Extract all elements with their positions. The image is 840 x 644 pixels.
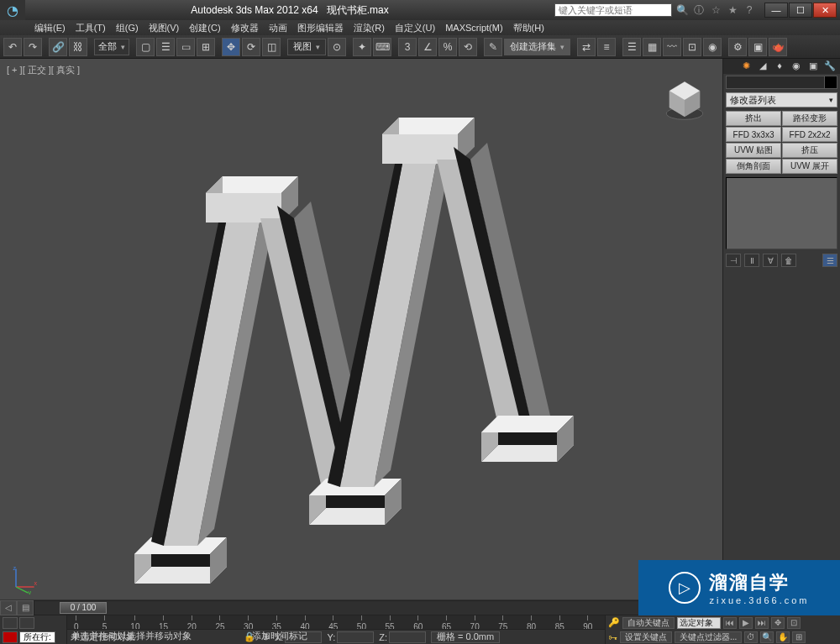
search-icon[interactable]: 🔍 [675, 3, 689, 17]
move-button[interactable]: ✥ [222, 38, 240, 56]
menu-modifiers[interactable]: 修改器 [226, 22, 264, 34]
link-button[interactable]: 🔗 [49, 38, 67, 56]
rotate-button[interactable]: ⟳ [242, 38, 260, 56]
curve-editor-button[interactable]: 〰 [663, 38, 681, 56]
script-mini-icon[interactable] [3, 617, 18, 629]
redo-button[interactable]: ↷ [24, 38, 42, 56]
layer-manager-button[interactable]: ☰ [622, 38, 641, 56]
cmd-tab-hierarchy-icon[interactable]: ♦ [773, 59, 786, 72]
keyboard-shortcut-button[interactable]: ⌨ [373, 38, 391, 56]
pin-stack-button[interactable]: ⊣ [726, 254, 741, 267]
track-bar-ruler[interactable]: 051015202530354045505560657075808590 [67, 615, 605, 630]
menu-customize[interactable]: 自定义(U) [390, 22, 440, 34]
menu-graph-editors[interactable]: 图形编辑器 [292, 22, 349, 34]
modifier-btn-squeeze[interactable]: 挤压 [782, 143, 837, 158]
object-name-input[interactable] [726, 76, 824, 89]
menu-tools[interactable]: 工具(T) [71, 22, 111, 34]
coord-y-input[interactable] [337, 631, 374, 643]
modifier-stack[interactable] [726, 177, 837, 249]
close-button[interactable]: ✕ [813, 3, 837, 18]
rendered-frame-button[interactable]: ▣ [748, 38, 767, 56]
favorite-icon[interactable]: ★ [726, 3, 739, 17]
mirror-button[interactable]: ⇄ [577, 38, 596, 56]
viewport[interactable]: [ + ][ 正交 ][ 真实 ] [0, 59, 722, 599]
menu-group[interactable]: 组(G) [111, 22, 144, 34]
scale-button[interactable]: ◫ [262, 38, 281, 56]
add-time-tag-label[interactable]: 添加时间标记 [252, 630, 307, 642]
info-icon[interactable]: ⓘ [692, 3, 706, 17]
cmd-tab-display-icon[interactable]: ▣ [806, 59, 820, 72]
select-object-button[interactable]: ▢ [136, 38, 155, 56]
modifier-btn-ffd2[interactable]: FFD 2x2x2 [782, 127, 837, 142]
help-icon[interactable]: ? [743, 3, 756, 17]
menu-create[interactable]: 创建(C) [184, 22, 225, 34]
use-center-button[interactable]: ⊙ [328, 38, 346, 56]
set-key-button[interactable]: 设置关键点 [620, 631, 672, 643]
modifier-btn-ffd3[interactable]: FFD 3x3x3 [726, 127, 781, 142]
modifier-list-dropdown[interactable]: 修改器列表 [726, 92, 837, 107]
script-listener-icon[interactable] [19, 617, 34, 629]
modifier-btn-bevel-profile[interactable]: 倒角剖面 [726, 159, 781, 174]
viewport-nav-1[interactable]: ✥ [771, 617, 785, 629]
viewport-label[interactable]: [ + ][ 正交 ][ 真实 ] [7, 64, 80, 76]
configure-sets-button[interactable]: ☰ [822, 254, 837, 267]
select-manipulate-button[interactable]: ✦ [353, 38, 371, 56]
render-production-button[interactable]: 🫖 [769, 38, 787, 56]
render-setup-button[interactable]: ⚙ [728, 38, 747, 56]
align-button[interactable]: ≡ [597, 38, 616, 56]
play-prev-button[interactable]: ⏮ [723, 617, 737, 629]
named-selection-dropdown[interactable]: 创建选择集 [504, 39, 570, 55]
select-region-button[interactable]: ▭ [176, 38, 195, 56]
prev-key-button[interactable]: ◁ [0, 600, 17, 615]
time-config-icon[interactable]: ⏱ [744, 631, 758, 643]
cmd-tab-modify-icon[interactable]: ◢ [756, 59, 769, 72]
viewport-nav-2[interactable]: ⊡ [787, 617, 801, 629]
app-logo[interactable]: ◔ [0, 0, 25, 20]
angle-snap-button[interactable]: ∠ [418, 38, 437, 56]
maximize-button[interactable]: ☐ [789, 3, 812, 18]
show-end-result-button[interactable]: Ⅱ [744, 254, 759, 267]
modifier-btn-extrude[interactable]: 挤出 [726, 111, 781, 126]
modifier-btn-uvw-map[interactable]: UVW 贴图 [726, 143, 781, 158]
minimize-button[interactable]: — [764, 3, 788, 18]
modifier-btn-path-deform[interactable]: 路径变形 [782, 111, 837, 126]
selection-filter-dropdown[interactable]: 全部 [94, 39, 129, 55]
view-cube[interactable] [662, 77, 707, 123]
make-unique-button[interactable]: ∀ [763, 254, 778, 267]
cmd-tab-motion-icon[interactable]: ◉ [790, 59, 803, 72]
menu-rendering[interactable]: 渲染(R) [349, 22, 390, 34]
time-slider[interactable]: 0 / 100 [34, 600, 724, 615]
edit-named-sel-button[interactable]: ✎ [484, 38, 502, 56]
time-slider-handle[interactable]: 0 / 100 [60, 602, 107, 614]
undo-button[interactable]: ↶ [3, 38, 22, 56]
coord-z-input[interactable] [389, 631, 426, 643]
viewport-nav-4[interactable]: ✋ [776, 631, 790, 643]
key-mode-icon[interactable]: 🔑 [608, 617, 620, 628]
modifier-btn-uvw-unwrap[interactable]: UVW 展开 [782, 159, 837, 174]
graphite-button[interactable]: ▦ [643, 38, 661, 56]
material-editor-button[interactable]: ◉ [703, 38, 722, 56]
spinner-snap-button[interactable]: ⟲ [459, 38, 477, 56]
menu-animation[interactable]: 动画 [264, 22, 292, 34]
play-button[interactable]: ▶ [739, 617, 753, 629]
play-next-button[interactable]: ⏭ [755, 617, 769, 629]
select-by-name-button[interactable]: ☰ [156, 38, 175, 56]
track-bar-button[interactable]: ▤ [17, 600, 34, 615]
key-large-icon[interactable]: 🗝 [608, 632, 617, 642]
comm-center-icon[interactable]: ☆ [709, 3, 722, 17]
cmd-tab-create-icon[interactable]: ✺ [739, 59, 753, 72]
remove-modifier-button[interactable]: 🗑 [781, 254, 796, 267]
snap-toggle-button[interactable]: 3 [398, 38, 417, 56]
percent-snap-button[interactable]: % [438, 38, 457, 56]
unlink-button[interactable]: ⛓ [69, 38, 87, 56]
menu-help[interactable]: 帮助(H) [508, 22, 549, 34]
viewport-nav-3[interactable]: 🔍 [760, 631, 774, 643]
schematic-view-button[interactable]: ⊡ [683, 38, 701, 56]
window-crossing-button[interactable]: ⊞ [197, 38, 215, 56]
menu-maxscript[interactable]: MAXScript(M) [440, 23, 507, 33]
ref-coord-dropdown[interactable]: 视图 [287, 39, 326, 55]
selection-lock-dropdown[interactable]: 选定对象 [677, 617, 721, 629]
menu-views[interactable]: 视图(V) [144, 22, 185, 34]
key-filters-button[interactable]: 关键点过滤器... [675, 631, 742, 643]
search-input[interactable] [554, 3, 672, 17]
